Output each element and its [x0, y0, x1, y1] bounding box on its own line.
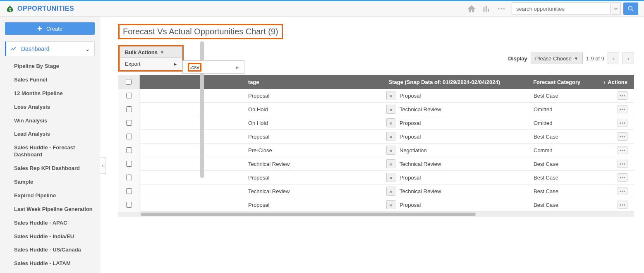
row-checkbox[interactable]: [126, 175, 132, 180]
row-checkbox[interactable]: [126, 188, 132, 194]
row-select-cell: [118, 157, 140, 171]
sidebar-item[interactable]: Lead Analysis: [14, 127, 95, 141]
cell-forecast-category: Commit: [529, 147, 599, 153]
search-button[interactable]: [623, 2, 638, 15]
column-snap-stage[interactable]: Stage (Snap Data of: 01/29/2024-02/04/20…: [383, 79, 528, 85]
more-icon[interactable]: [497, 4, 506, 13]
search-input[interactable]: [512, 2, 611, 15]
cell-snap-stage: »Proposal: [384, 200, 529, 209]
double-chevron-icon: »: [389, 93, 392, 99]
row-checkbox[interactable]: [126, 120, 132, 126]
expand-button[interactable]: »: [386, 159, 395, 168]
cell-stage: Technical Review: [243, 161, 384, 167]
row-checkbox[interactable]: [126, 106, 132, 112]
cell-stage: Proposal: [243, 134, 384, 140]
double-chevron-icon: »: [389, 106, 392, 113]
cell-snap-stage: »Negotiation: [384, 146, 529, 155]
expand-button[interactable]: »: [386, 187, 395, 196]
snap-value: Proposal: [400, 120, 421, 126]
cell-forecast-category: Best Case: [529, 93, 599, 99]
export-csv-item[interactable]: .csv ▸: [183, 61, 244, 73]
double-chevron-icon: »: [389, 120, 392, 126]
row-checkbox[interactable]: [126, 134, 132, 139]
sidebar-item[interactable]: Sales Huddle - India/EU: [14, 230, 95, 244]
expand-button[interactable]: »: [386, 105, 395, 114]
row-actions-button[interactable]: •••: [618, 187, 627, 195]
cell-actions: •••: [599, 160, 634, 168]
pager-next-button[interactable]: ›: [622, 53, 634, 64]
table-row: Technical Review»Technical ReviewBest Ca…: [118, 157, 634, 171]
select-all-checkbox[interactable]: [126, 79, 132, 85]
row-actions-button[interactable]: •••: [618, 105, 627, 113]
home-icon[interactable]: [467, 4, 476, 13]
sidebar-item[interactable]: Last Week Pipeline Generation: [14, 203, 95, 216]
sidebar-item[interactable]: Sales Huddle - APAC: [14, 216, 95, 230]
expand-button[interactable]: »: [386, 118, 395, 127]
export-menu-item[interactable]: Export ▸: [120, 58, 182, 70]
row-select-cell: [118, 184, 140, 198]
cell-hidden: [140, 187, 206, 195]
cell-snap-stage: »Technical Review: [384, 159, 529, 168]
sidebar-item[interactable]: Sales Rep KPI Dashboard: [14, 162, 95, 175]
money-bag-icon: [6, 4, 14, 13]
row-actions-button[interactable]: •••: [618, 119, 627, 127]
logo: OPPORTUNITIES: [6, 4, 74, 13]
row-checkbox[interactable]: [126, 147, 132, 153]
display-select[interactable]: Please Choose ▼: [531, 53, 583, 64]
sidebar-item[interactable]: Loss Analysis: [14, 101, 95, 114]
expand-button[interactable]: »: [386, 91, 395, 100]
sidebar-collapse-button[interactable]: ‹: [100, 157, 106, 174]
row-actions-button[interactable]: •••: [618, 132, 627, 141]
sidebar-item[interactable]: Pipeline By Stage: [14, 60, 95, 73]
export-label: Export: [125, 61, 141, 67]
chart-icon[interactable]: [482, 4, 491, 13]
horizontal-scrollbar[interactable]: [118, 212, 634, 217]
sidebar-item[interactable]: Sales Huddle - Forecast Dashboard: [14, 141, 95, 162]
sidebar-item[interactable]: Expired Pipeline: [14, 189, 95, 203]
topbar: OPPORTUNITIES: [0, 0, 644, 17]
expand-button[interactable]: »: [386, 132, 395, 141]
cell-snap-stage: »Proposal: [384, 91, 529, 100]
double-chevron-icon: »: [389, 188, 392, 194]
sidebar: ✚ Create Dashboard ⌄ Pipeline By StageSa…: [0, 17, 100, 273]
row-checkbox[interactable]: [126, 161, 132, 167]
cell-stage: Proposal: [243, 175, 384, 181]
cell-hidden: [140, 119, 206, 127]
row-select-cell: [118, 198, 140, 212]
column-forecast-category[interactable]: Forecast Category: [528, 79, 599, 85]
cell-actions: •••: [599, 105, 634, 113]
expand-button[interactable]: »: [386, 173, 395, 182]
bulk-actions-button[interactable]: Bulk Actions ▼: [120, 46, 182, 58]
sidebar-item[interactable]: Sales Funnel: [14, 73, 95, 87]
sidebar-item[interactable]: 12 Months Pipeline: [14, 87, 95, 101]
sidebar-item[interactable]: Sales Huddle - LATAM: [14, 257, 95, 271]
select-all-cell: [118, 75, 140, 89]
row-actions-button[interactable]: •••: [618, 201, 627, 209]
row-actions-button[interactable]: •••: [618, 146, 627, 154]
caret-down-icon: ▼: [160, 50, 164, 55]
sidebar-item[interactable]: Win Analysis: [14, 114, 95, 128]
sidebar-item[interactable]: Sales Huddle - MEA: [14, 271, 95, 273]
sidebar-item[interactable]: Sales Huddle - US/Canada: [14, 243, 95, 257]
row-actions-button[interactable]: •••: [618, 91, 627, 100]
row-actions-button[interactable]: •••: [618, 160, 627, 168]
pager-range: 1-9 of 9: [586, 55, 604, 62]
nav-dashboard[interactable]: Dashboard ⌄: [5, 41, 95, 56]
expand-button[interactable]: »: [386, 200, 395, 209]
sidebar-item[interactable]: Sample: [14, 175, 95, 189]
expand-button[interactable]: »: [386, 146, 395, 155]
row-checkbox[interactable]: [126, 202, 132, 208]
table-row: Proposal»ProposalBest Case•••: [118, 198, 634, 212]
row-actions-button[interactable]: •••: [618, 173, 627, 182]
search-filter-dropdown[interactable]: [611, 2, 621, 15]
pager-prev-button[interactable]: ‹: [608, 53, 619, 64]
scrollbar-thumb[interactable]: [141, 213, 476, 216]
cell-forecast-category: Best Case: [529, 202, 599, 208]
create-button[interactable]: ✚ Create: [5, 22, 95, 35]
svg-point-1: [500, 8, 502, 10]
row-checkbox[interactable]: [126, 93, 132, 98]
chevron-right-icon: ›: [603, 79, 605, 85]
cell-forecast-category: Best Case: [529, 134, 599, 140]
column-stage[interactable]: tage: [243, 79, 384, 85]
double-chevron-icon: »: [389, 134, 392, 140]
